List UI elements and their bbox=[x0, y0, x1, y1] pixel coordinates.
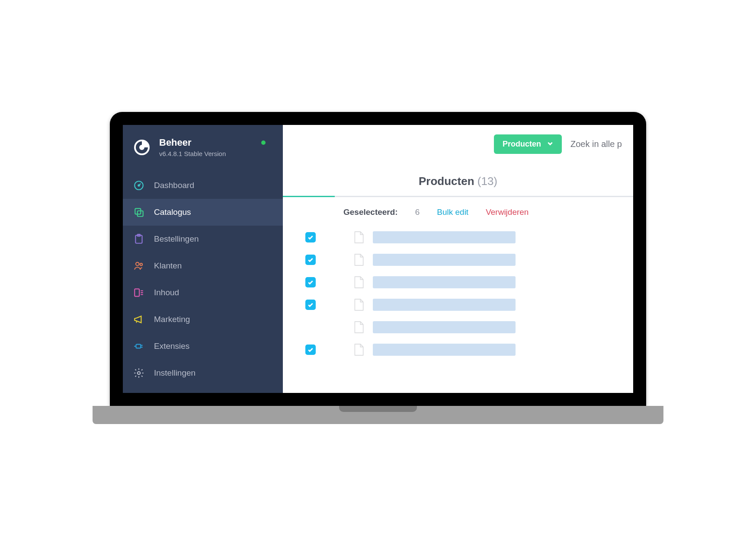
brand-text: Beheer v6.4.8.1 Stable Version bbox=[159, 137, 226, 157]
row-placeholder bbox=[373, 254, 516, 266]
users-icon bbox=[133, 260, 144, 271]
plug-icon bbox=[133, 341, 144, 352]
file-icon bbox=[353, 343, 364, 356]
nav-label: Marketing bbox=[154, 315, 190, 324]
page-title-text: Producten bbox=[419, 175, 474, 188]
sidebar-item-instellingen[interactable]: Instellingen bbox=[123, 360, 283, 386]
nav-label: Extensies bbox=[154, 341, 189, 351]
sidebar-item-dashboard[interactable]: Dashboard bbox=[123, 172, 283, 199]
row-content bbox=[353, 253, 516, 266]
row-checkbox[interactable] bbox=[305, 255, 316, 265]
nav-label: Catalogus bbox=[154, 207, 191, 217]
row-content bbox=[353, 343, 516, 356]
row-placeholder bbox=[373, 231, 516, 243]
row-placeholder bbox=[373, 276, 516, 288]
page-title: Producten (13) bbox=[283, 163, 633, 196]
sidebar-item-extensies[interactable]: Extensies bbox=[123, 333, 283, 360]
selected-count: 6 bbox=[415, 207, 420, 217]
sidebar-item-marketing[interactable]: Marketing bbox=[123, 306, 283, 333]
laptop-notch bbox=[339, 406, 417, 412]
file-icon bbox=[353, 276, 364, 289]
table-row bbox=[305, 343, 633, 356]
megaphone-icon bbox=[133, 314, 144, 325]
nav-label: Instellingen bbox=[154, 368, 195, 378]
product-rows bbox=[283, 225, 633, 356]
app-window: Beheer v6.4.8.1 Stable Version Dashboard bbox=[123, 125, 633, 393]
copy-icon bbox=[133, 207, 144, 218]
row-checkbox[interactable] bbox=[305, 232, 316, 242]
nav-label: Klanten bbox=[154, 261, 182, 271]
sidebar-header: Beheer v6.4.8.1 Stable Version bbox=[123, 125, 283, 168]
sidebar-item-bestellingen[interactable]: Bestellingen bbox=[123, 226, 283, 252]
laptop-screen: Beheer v6.4.8.1 Stable Version Dashboard bbox=[110, 112, 646, 406]
svg-rect-13 bbox=[136, 345, 141, 348]
table-row bbox=[305, 321, 633, 334]
brand-title: Beheer bbox=[159, 137, 226, 148]
delete-button[interactable]: Verwijderen bbox=[486, 207, 529, 217]
row-content bbox=[353, 321, 516, 334]
svg-point-2 bbox=[138, 185, 139, 186]
selected-label: Geselecteerd: bbox=[343, 207, 398, 217]
selection-toolbar: Geselecteerd: 6 Bulk edit Verwijderen bbox=[343, 197, 633, 225]
row-content bbox=[353, 276, 516, 289]
row-checkbox[interactable] bbox=[305, 277, 316, 287]
tab-underline bbox=[283, 196, 633, 197]
logo-icon bbox=[133, 139, 151, 156]
table-row bbox=[305, 253, 633, 266]
nav-label: Inhoud bbox=[154, 288, 179, 297]
entity-dropdown[interactable]: Producten bbox=[494, 134, 562, 154]
brand-version: v6.4.8.1 Stable Version bbox=[159, 150, 226, 157]
content-area: Producten (13) Geselecteerd: 6 Bulk edit… bbox=[283, 163, 633, 393]
row-checkbox[interactable] bbox=[305, 345, 316, 355]
table-row bbox=[305, 298, 633, 311]
svg-point-8 bbox=[140, 263, 142, 265]
row-placeholder bbox=[373, 321, 516, 333]
row-checkbox[interactable] bbox=[305, 300, 316, 310]
bulk-edit-button[interactable]: Bulk edit bbox=[437, 207, 468, 217]
laptop-frame: Beheer v6.4.8.1 Stable Version Dashboard bbox=[110, 112, 646, 424]
row-placeholder bbox=[373, 299, 516, 311]
svg-rect-9 bbox=[135, 289, 139, 297]
sidebar-item-inhoud[interactable]: Inhoud bbox=[123, 279, 283, 306]
file-icon bbox=[353, 253, 364, 266]
file-icon bbox=[353, 231, 364, 244]
nav: Dashboard Catalogus bbox=[123, 168, 283, 386]
sidebar: Beheer v6.4.8.1 Stable Version Dashboard bbox=[123, 125, 283, 393]
file-icon bbox=[353, 298, 364, 311]
svg-point-7 bbox=[136, 262, 139, 266]
search-input[interactable]: Zoek in alle p bbox=[570, 139, 622, 149]
laptop-base bbox=[93, 406, 663, 424]
clipboard-icon bbox=[133, 233, 144, 245]
nav-label: Dashboard bbox=[154, 181, 194, 190]
gear-icon bbox=[133, 367, 144, 379]
dropdown-label: Producten bbox=[503, 140, 541, 149]
row-content bbox=[353, 298, 516, 311]
svg-point-17 bbox=[138, 372, 141, 375]
layout-icon bbox=[133, 287, 144, 298]
sidebar-item-klanten[interactable]: Klanten bbox=[123, 252, 283, 279]
file-icon bbox=[353, 321, 364, 334]
speedometer-icon bbox=[133, 180, 144, 191]
status-indicator bbox=[261, 140, 266, 145]
page-title-count: (13) bbox=[477, 175, 497, 188]
table-row bbox=[305, 231, 633, 244]
row-placeholder bbox=[373, 344, 516, 356]
sidebar-item-catalogus[interactable]: Catalogus bbox=[123, 199, 283, 226]
chevron-down-icon bbox=[547, 140, 553, 149]
topbar: Producten Zoek in alle p bbox=[283, 125, 633, 163]
row-content bbox=[353, 231, 516, 244]
table-row bbox=[305, 276, 633, 289]
main-content: Producten Zoek in alle p Producten (13) bbox=[283, 125, 633, 393]
nav-label: Bestellingen bbox=[154, 234, 199, 244]
